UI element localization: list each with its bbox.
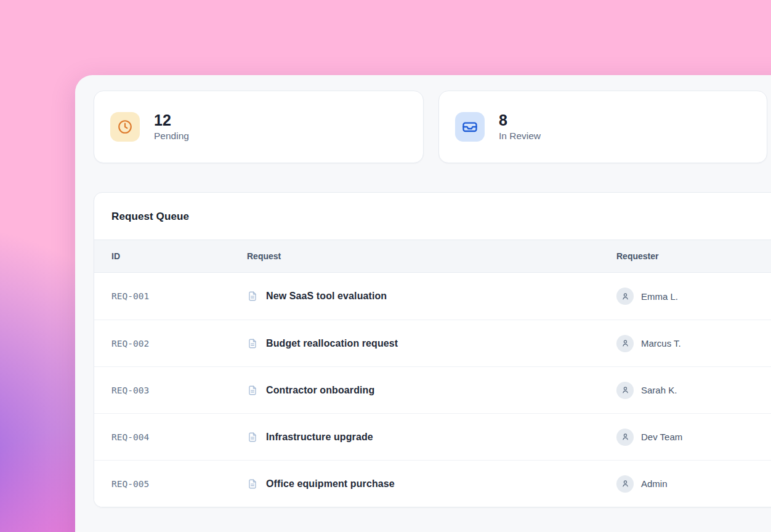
- request-cell: Office equipment purchase: [247, 478, 616, 490]
- column-header-requester: Requester: [616, 251, 771, 261]
- request-id: REQ-003: [111, 385, 247, 395]
- avatar: [616, 429, 634, 446]
- avatar: [616, 382, 634, 399]
- table-row-req-004[interactable]: REQ-004 Infrastructure upgrade Dev Team: [94, 413, 771, 460]
- requester-cell: Emma L.: [616, 288, 771, 305]
- request-title: Budget reallocation request: [266, 338, 398, 349]
- request-id: REQ-004: [111, 432, 247, 442]
- table-row-req-005[interactable]: REQ-005 Office equipment purchase Admin: [94, 460, 771, 507]
- request-title: Office equipment purchase: [266, 478, 395, 490]
- requester-name: Marcus T.: [641, 338, 681, 349]
- request-title: Contractor onboarding: [266, 385, 374, 396]
- avatar: [616, 335, 634, 352]
- main-panel: 12 Pending 8 In Review Request Queue: [75, 75, 771, 532]
- clock-icon: [117, 119, 133, 135]
- document-icon: [247, 385, 258, 396]
- document-icon: [247, 478, 258, 490]
- request-cell: New SaaS tool evaluation: [247, 291, 616, 302]
- inbox-icon: [461, 118, 478, 135]
- table-row-req-002[interactable]: REQ-002 Budget reallocation request Marc…: [94, 320, 771, 366]
- avatar: [616, 288, 634, 305]
- in-review-count: 8: [499, 112, 541, 128]
- request-cell: Contractor onboarding: [247, 385, 616, 396]
- request-title: New SaaS tool evaluation: [266, 291, 387, 302]
- queue-title-bar: Request Queue: [94, 193, 771, 240]
- table-row-req-001[interactable]: REQ-001 New SaaS tool evaluation Emma L.: [94, 273, 771, 320]
- table-header-row: ID Request Requester: [94, 240, 771, 273]
- in-review-icon-tile: [455, 112, 485, 142]
- requester-cell: Admin: [616, 475, 771, 493]
- requester-name: Dev Team: [641, 432, 682, 442]
- requester-cell: Sarah K.: [616, 382, 771, 399]
- column-header-request: Request: [247, 251, 616, 261]
- stat-card-pending: 12 Pending: [94, 91, 424, 163]
- in-review-stat-text: 8 In Review: [499, 112, 541, 142]
- requester-name: Sarah K.: [641, 385, 677, 395]
- requester-cell: Marcus T.: [616, 335, 771, 352]
- pending-count: 12: [154, 112, 189, 128]
- avatar: [616, 475, 634, 493]
- in-review-label: In Review: [499, 131, 541, 142]
- requester-cell: Dev Team: [616, 429, 771, 446]
- request-id: REQ-002: [111, 339, 247, 349]
- request-cell: Budget reallocation request: [247, 338, 616, 349]
- document-icon: [247, 432, 258, 443]
- requester-name: Emma L.: [641, 291, 678, 302]
- pending-icon-tile: [110, 112, 140, 142]
- request-id: REQ-005: [111, 479, 247, 489]
- pending-stat-text: 12 Pending: [154, 112, 189, 142]
- requester-name: Admin: [641, 478, 668, 489]
- request-id: REQ-001: [111, 291, 247, 301]
- request-cell: Infrastructure upgrade: [247, 432, 616, 443]
- request-queue-card: Request Queue ID Request Requester REQ-0…: [94, 192, 771, 507]
- document-icon: [247, 338, 258, 349]
- dashboard-page: { "theme": { "background_pink": "#FFB5DC…: [0, 0, 771, 532]
- stats-row: 12 Pending 8 In Review: [94, 91, 771, 163]
- column-header-id: ID: [111, 251, 247, 261]
- stat-card-in-review: 8 In Review: [438, 91, 767, 163]
- queue-title: Request Queue: [111, 211, 771, 223]
- table-row-req-003[interactable]: REQ-003 Contractor onboarding Sarah K.: [94, 366, 771, 413]
- pending-label: Pending: [154, 131, 189, 142]
- document-icon: [247, 291, 258, 302]
- request-title: Infrastructure upgrade: [266, 432, 373, 443]
